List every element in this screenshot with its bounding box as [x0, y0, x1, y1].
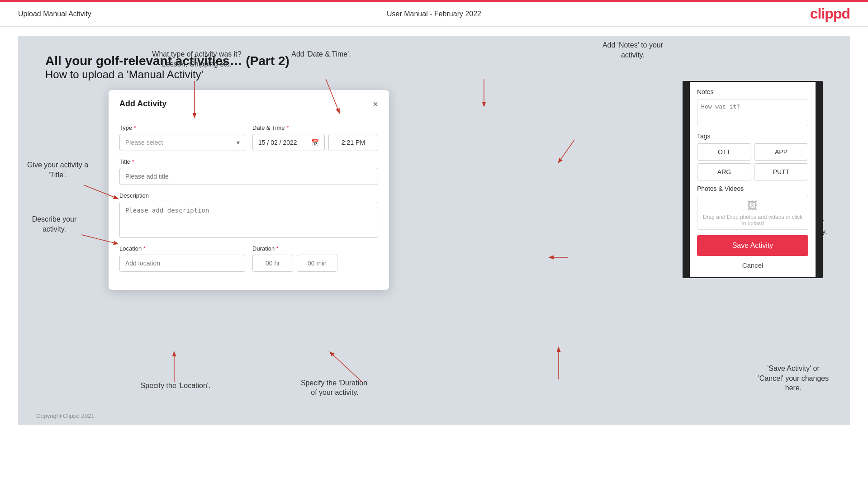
photo-icon: 🖼	[747, 199, 758, 212]
main-content: All your golf-relevant activities… (Part…	[18, 36, 850, 425]
notes-textarea[interactable]	[697, 99, 808, 126]
copyright: Copyright Clippd 2021	[36, 412, 95, 419]
heading-subtitle: How to upload a 'Manual Activity'	[45, 68, 823, 81]
annotation-type: What type of activity was it?Lesson, Chi…	[145, 49, 249, 69]
tag-app[interactable]: APP	[754, 143, 808, 161]
top-bar: Upload Manual Activity User Manual - Feb…	[0, 0, 868, 27]
duration-label: Duration *	[252, 245, 378, 252]
type-select-wrap[interactable]: Please select ▾	[119, 134, 245, 151]
duration-min-input[interactable]	[297, 255, 337, 272]
phone-panel: Notes Tags OTT APP ARG PUTT Photos & Vid…	[683, 81, 823, 278]
save-activity-button[interactable]: Save Activity	[697, 235, 808, 256]
svg-line-7	[559, 140, 574, 162]
datetime-label: Date & Time *	[252, 124, 378, 131]
tags-label: Tags	[697, 133, 808, 140]
page-title-center: User Manual - February 2022	[387, 10, 481, 18]
time-input[interactable]	[328, 134, 378, 151]
title-label: Title *	[119, 158, 378, 165]
location-label: Location *	[119, 245, 245, 252]
annotation-description: Describe youractivity.	[18, 214, 90, 234]
type-label: Type *	[119, 124, 245, 131]
form-group-duration: Duration *	[252, 245, 378, 272]
annotation-title: Give your activity a'Title'.	[18, 160, 97, 180]
tags-grid: OTT APP ARG PUTT	[697, 143, 808, 180]
tag-ott[interactable]: OTT	[697, 143, 751, 161]
annotation-duration: Specify the 'Duration'of your activity.	[280, 378, 389, 398]
dialog-body: Type * Please select ▾ Date & Time *	[109, 115, 389, 290]
annotation-notes: Add 'Notes' to youractivity.	[588, 40, 678, 60]
title-input[interactable]	[119, 168, 378, 185]
duration-hr-input[interactable]	[252, 255, 293, 272]
dialog-title: Add Activity	[119, 99, 166, 109]
calendar-icon: 📅	[311, 139, 319, 146]
form-row-location-duration: Location * Duration *	[119, 245, 378, 272]
add-activity-dialog: Add Activity × Type * Please select ▾	[109, 90, 389, 290]
tag-putt[interactable]: PUTT	[754, 163, 808, 180]
type-select[interactable]: Please select	[119, 134, 245, 151]
cancel-button[interactable]: Cancel	[697, 260, 808, 271]
annotation-datetime: Add 'Date & Time'.	[280, 49, 362, 59]
annotation-location: Specify the 'Location'.	[130, 381, 221, 391]
close-button[interactable]: ×	[373, 99, 378, 109]
description-textarea[interactable]	[119, 202, 378, 238]
date-input[interactable]: 15 / 02 / 2022 📅	[252, 134, 325, 151]
page-title-left: Upload Manual Activity	[18, 10, 91, 18]
phone-panel-inner: Notes Tags OTT APP ARG PUTT Photos & Vid…	[690, 82, 816, 277]
clippd-logo: clippd	[810, 5, 850, 22]
form-row-type-datetime: Type * Please select ▾ Date & Time *	[119, 124, 378, 151]
form-group-location: Location *	[119, 245, 245, 272]
form-row-title: Title *	[119, 158, 378, 185]
svg-line-5	[330, 352, 362, 382]
notes-label: Notes	[697, 88, 808, 95]
dialog-header: Add Activity ×	[109, 90, 389, 115]
form-row-description: Description	[119, 192, 378, 238]
description-label: Description	[119, 192, 378, 199]
photos-drop-area[interactable]: 🖼 Drag and Drop photos and videos or cli…	[697, 196, 808, 230]
form-group-description: Description	[119, 192, 378, 238]
form-group-type: Type * Please select ▾	[119, 124, 245, 151]
annotation-save: 'Save Activity' or'Cancel' your changesh…	[741, 364, 845, 393]
photos-label: Photos & Videos	[697, 185, 808, 192]
location-input[interactable]	[119, 255, 245, 272]
tag-arg[interactable]: ARG	[697, 163, 751, 180]
form-group-datetime: Date & Time * 15 / 02 / 2022 📅	[252, 124, 378, 151]
duration-group	[252, 255, 378, 272]
form-group-title: Title *	[119, 158, 378, 185]
date-time-group: 15 / 02 / 2022 📅	[252, 134, 378, 151]
